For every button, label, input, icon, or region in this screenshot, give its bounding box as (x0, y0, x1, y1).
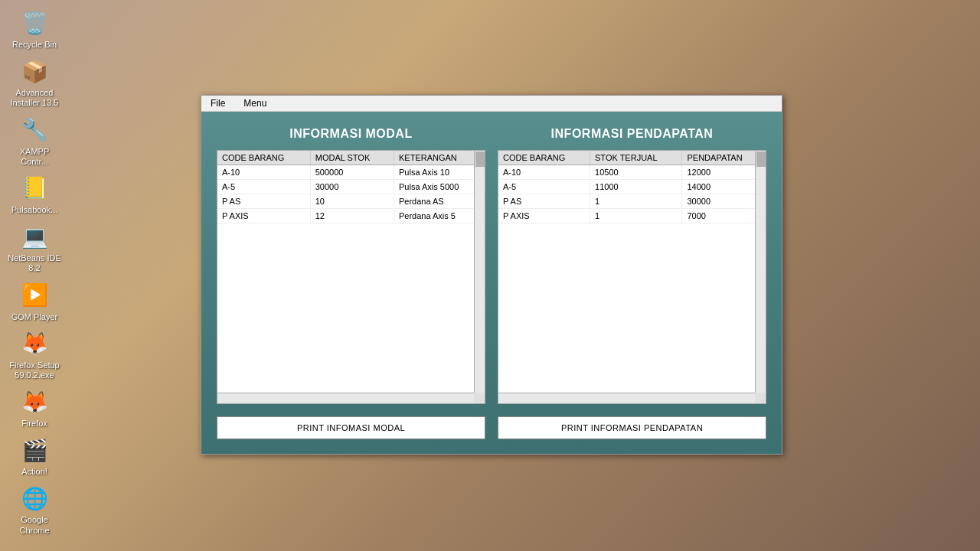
app-window: File Menu INFORMASI MODAL CODE BARANG MO… (201, 95, 782, 455)
table-row: A-101050012000 (498, 165, 766, 180)
firefox-icon: 🦊 (19, 386, 50, 417)
modal-cell-0-1: 500000 (310, 165, 394, 180)
modal-scrollbar-corner (474, 393, 485, 403)
desktop-icon-advanced-installer[interactable]: 📦 Advanced Installer 13.5 (8, 56, 61, 108)
pendapatan-scrollbar-corner (755, 393, 766, 403)
modal-panel-title: INFORMASI MODAL (217, 127, 485, 141)
pendapatan-col-stok: STOK TERJUAL (590, 151, 682, 165)
pendapatan-cell-0-2: 12000 (682, 165, 766, 180)
google-chrome-icon: 🌐 (19, 483, 50, 514)
pulsabook-label: Pulsabook... (11, 205, 58, 215)
pendapatan-col-code: CODE BARANG (498, 151, 590, 165)
pendapatan-cell-3-1: 1 (590, 209, 682, 223)
pendapatan-scrollbar-h[interactable] (498, 393, 755, 403)
firefox-setup-label: Firefox Setup 59.0.2.exe (8, 360, 61, 380)
pendapatan-scrollbar-v-thumb (756, 152, 766, 167)
modal-cell-2-2: Perdana AS (394, 194, 485, 209)
pendapatan-cell-2-2: 30000 (682, 194, 766, 209)
modal-cell-0-0: A-10 (217, 165, 310, 180)
pendapatan-cell-1-1: 11000 (590, 180, 682, 194)
pendapatan-table-header-row: CODE BARANG STOK TERJUAL PENDAPATAN (498, 151, 766, 165)
pendapatan-table-container: CODE BARANG STOK TERJUAL PENDAPATAN A-10… (498, 150, 766, 404)
desktop-icon-pulsabook[interactable]: 📒 Pulsabook... (8, 173, 61, 215)
pulsabook-icon: 📒 (19, 173, 50, 204)
modal-scrollbar-h[interactable] (217, 393, 474, 403)
modal-table: CODE BARANG MODAL STOK KETERANGAN A-1050… (217, 151, 485, 223)
modal-scrollbar-v[interactable] (474, 151, 485, 393)
pendapatan-scrollbar-v[interactable] (755, 151, 766, 393)
modal-cell-0-2: Pulsa Axis 10 (394, 165, 485, 180)
menu-bar: File Menu (201, 96, 782, 112)
recycle-bin-label: Recycle Bin (12, 40, 57, 50)
xampp-icon: 🔧 (19, 115, 50, 145)
table-row: P AXIS17000 (498, 209, 766, 223)
xampp-label: XAMPP Contr... (8, 147, 61, 167)
table-row: P AXIS12Perdana Axis 5 (217, 209, 485, 223)
modal-panel: INFORMASI MODAL CODE BARANG MODAL STOK K… (217, 127, 485, 404)
modal-table-header-row: CODE BARANG MODAL STOK KETERANGAN (217, 151, 485, 165)
modal-cell-1-2: Pulsa Axis 5000 (394, 180, 485, 194)
panels-row: INFORMASI MODAL CODE BARANG MODAL STOK K… (217, 127, 766, 404)
modal-cell-1-1: 30000 (310, 180, 394, 194)
pendapatan-cell-2-0: P AS (498, 194, 590, 209)
advanced-installer-icon: 📦 (19, 56, 50, 86)
pendapatan-cell-1-2: 14000 (682, 180, 766, 194)
action-label: Action! (21, 467, 47, 477)
table-row: P AS10Perdana AS (217, 194, 485, 209)
desktop-icons: 🗑️ Recycle Bin 📦 Advanced Installer 13.5… (0, 0, 153, 551)
modal-table-container: CODE BARANG MODAL STOK KETERANGAN A-1050… (217, 150, 485, 404)
desktop-icon-xampp[interactable]: 🔧 XAMPP Contr... (8, 115, 61, 167)
table-row: A-10500000Pulsa Axis 10 (217, 165, 485, 180)
gom-player-label: GOM Player (11, 312, 58, 322)
pendapatan-cell-1-0: A-5 (498, 180, 590, 194)
modal-cell-3-1: 12 (310, 209, 394, 223)
menu-menu[interactable]: Menu (240, 97, 270, 109)
table-row: P AS130000 (498, 194, 766, 209)
pendapatan-col-pendapatan: PENDAPATAN (682, 151, 766, 165)
pendapatan-cell-3-0: P AXIS (498, 209, 590, 223)
print-pendapatan-button[interactable]: PRINT INFORMASI PENDAPATAN (498, 416, 766, 439)
modal-cell-2-1: 10 (310, 194, 394, 209)
advanced-installer-label: Advanced Installer 13.5 (8, 88, 61, 108)
desktop-icon-gom-player[interactable]: ▶️ GOM Player (8, 280, 61, 322)
modal-cell-1-0: A-5 (217, 180, 310, 194)
firefox-label: Firefox (21, 419, 47, 429)
netbeans-icon: 💻 (19, 221, 50, 252)
recycle-bin-icon: 🗑️ (19, 8, 50, 38)
pendapatan-panel: INFORMASI PENDAPATAN CODE BARANG STOK TE… (498, 127, 766, 404)
desktop-icon-action[interactable]: 🎬 Action! (8, 435, 61, 477)
print-modal-button[interactable]: PRINT INFOMASI MODAL (217, 416, 485, 439)
desktop-icon-netbeans[interactable]: 💻 NetBeans IDE 8.2 (8, 221, 61, 273)
pendapatan-panel-title: INFORMASI PENDAPATAN (498, 127, 766, 141)
desktop-icon-google-chrome[interactable]: 🌐 Google Chrome (8, 483, 61, 535)
pendapatan-cell-0-0: A-10 (498, 165, 590, 180)
buttons-row: PRINT INFOMASI MODAL PRINT INFORMASI PEN… (217, 416, 766, 439)
netbeans-label: NetBeans IDE 8.2 (8, 253, 61, 273)
table-row: A-51100014000 (498, 180, 766, 194)
modal-cell-3-2: Perdana Axis 5 (394, 209, 485, 223)
google-chrome-label: Google Chrome (8, 515, 61, 535)
pendapatan-cell-0-1: 10500 (590, 165, 682, 180)
file-menu[interactable]: File (207, 97, 228, 109)
modal-col-code: CODE BARANG (217, 151, 310, 165)
modal-col-keterangan: KETERANGAN (394, 151, 485, 165)
modal-cell-2-0: P AS (217, 194, 310, 209)
desktop-icon-recycle-bin[interactable]: 🗑️ Recycle Bin (8, 8, 61, 50)
modal-col-stok: MODAL STOK (310, 151, 394, 165)
table-row: A-530000Pulsa Axis 5000 (217, 180, 485, 194)
app-content: INFORMASI MODAL CODE BARANG MODAL STOK K… (201, 112, 782, 452)
pendapatan-cell-3-2: 7000 (682, 209, 766, 223)
gom-player-icon: ▶️ (19, 280, 50, 311)
modal-scrollbar-v-thumb (475, 152, 485, 167)
firefox-setup-icon: 🦊 (19, 328, 50, 359)
pendapatan-table: CODE BARANG STOK TERJUAL PENDAPATAN A-10… (498, 151, 766, 223)
modal-cell-3-0: P AXIS (217, 209, 310, 223)
pendapatan-cell-2-1: 1 (590, 194, 682, 209)
desktop-icon-firefox-setup[interactable]: 🦊 Firefox Setup 59.0.2.exe (8, 328, 61, 380)
desktop-icon-firefox[interactable]: 🦊 Firefox (8, 386, 61, 429)
action-icon: 🎬 (19, 435, 50, 465)
